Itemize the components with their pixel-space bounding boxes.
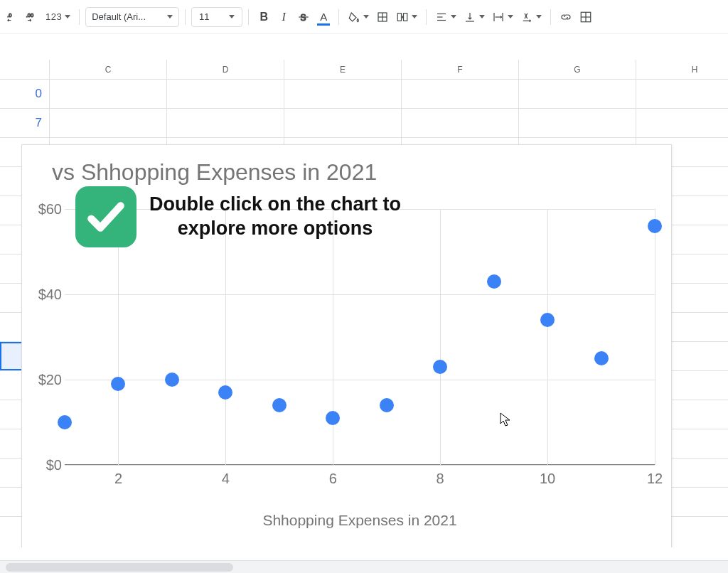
- increase-decimal-button[interactable]: .00: [23, 7, 41, 27]
- format-as-number-button[interactable]: 123: [43, 7, 73, 27]
- cell[interactable]: [636, 80, 728, 108]
- insert-chart-button[interactable]: [577, 7, 595, 27]
- cell[interactable]: [519, 109, 636, 137]
- scatter-point: [272, 398, 287, 412]
- x-tick-label: 8: [437, 471, 444, 487]
- formatting-toolbar: .0 .00 123 Default (Ari... 11 B I S A: [0, 0, 728, 34]
- cell[interactable]: [50, 80, 167, 108]
- cell[interactable]: [402, 80, 519, 108]
- x-tick-label: 10: [540, 471, 555, 487]
- x-tick-label: 12: [647, 471, 663, 487]
- scatter-point: [218, 385, 232, 400]
- scrollbar-thumb[interactable]: [6, 563, 233, 572]
- column-header[interactable]: G: [519, 60, 636, 80]
- cell[interactable]: [50, 109, 167, 137]
- scatter-point: [111, 377, 125, 391]
- checkmark-icon: [75, 186, 136, 247]
- fill-color-button[interactable]: [345, 7, 372, 27]
- italic-button[interactable]: I: [274, 7, 293, 27]
- insert-link-button[interactable]: [557, 7, 575, 27]
- column-header[interactable]: D: [167, 60, 284, 80]
- toolbar-separator: [79, 9, 80, 25]
- cell[interactable]: [519, 80, 636, 108]
- cell[interactable]: 0: [0, 80, 50, 108]
- cell[interactable]: [402, 109, 519, 137]
- font-family-select[interactable]: Default (Ari...: [85, 7, 179, 27]
- text-color-icon: A: [320, 11, 327, 23]
- svg-text:.0: .0: [7, 12, 11, 18]
- cell[interactable]: [167, 109, 284, 137]
- bold-button[interactable]: B: [255, 7, 273, 27]
- column-header[interactable]: F: [402, 60, 519, 80]
- svg-text:.00: .00: [26, 12, 33, 18]
- gridline-horizontal: [65, 380, 655, 380]
- svg-rect-7: [397, 13, 401, 21]
- chart-plot-area: Shhopping Expenses in 2021 $0$20$40$6024…: [65, 209, 655, 465]
- toolbar-separator: [248, 9, 249, 25]
- cell[interactable]: [284, 80, 402, 108]
- format-number-label: 123: [46, 11, 62, 22]
- hint-line: Double click on the chart to: [149, 193, 401, 217]
- spreadsheet-grid[interactable]: C D E F G H 0 7 4 1 3 4 6 vs Shhopping E…: [0, 34, 728, 547]
- merge-cells-button[interactable]: [393, 7, 420, 27]
- x-tick-label: 6: [329, 471, 337, 487]
- font-size-label: 11: [199, 11, 209, 22]
- borders-button[interactable]: [373, 7, 392, 27]
- y-tick-label: $60: [38, 201, 62, 218]
- text-color-swatch: [317, 23, 330, 26]
- toolbar-separator: [426, 9, 427, 25]
- chevron-down-icon: [536, 15, 542, 18]
- text-wrap-button[interactable]: [489, 7, 516, 27]
- scatter-point: [58, 415, 72, 429]
- gridline-vertical: [655, 209, 655, 465]
- gridline-vertical: [440, 209, 441, 465]
- scatter-point: [380, 398, 394, 412]
- chart-title: vs Shhopping Expenses in 2021: [52, 159, 377, 186]
- toolbar-separator: [185, 9, 186, 25]
- toolbar-separator: [550, 9, 551, 25]
- gridline-vertical: [333, 209, 333, 465]
- cell[interactable]: [636, 109, 728, 137]
- gridline-vertical: [547, 209, 548, 465]
- font-size-select[interactable]: 11: [191, 7, 242, 27]
- x-tick-label: 2: [114, 471, 122, 487]
- cell[interactable]: 7: [0, 109, 50, 137]
- column-header[interactable]: C: [50, 60, 167, 80]
- text-color-button[interactable]: A: [314, 7, 333, 27]
- cell[interactable]: [284, 109, 402, 137]
- x-axis-title: Shhopping Expenses in 2021: [262, 512, 456, 529]
- scatter-point: [165, 373, 179, 387]
- horizontal-scrollbar[interactable]: [0, 560, 728, 573]
- horizontal-align-button[interactable]: [432, 7, 459, 27]
- toolbar-separator: [338, 9, 339, 25]
- hint-line: explore more options: [149, 217, 401, 241]
- scatter-point: [326, 411, 340, 425]
- chevron-down-icon: [167, 15, 173, 18]
- chevron-down-icon: [229, 15, 235, 18]
- column-header[interactable]: H: [636, 60, 728, 80]
- chevron-down-icon: [451, 15, 456, 18]
- x-tick-label: 4: [222, 471, 230, 487]
- tutorial-hint: Double click on the chart to explore mor…: [75, 186, 401, 247]
- grid-row[interactable]: 0: [0, 80, 728, 109]
- gridline-vertical: [225, 209, 226, 465]
- gridline-horizontal: [65, 294, 655, 295]
- text-rotation-button[interactable]: [518, 7, 545, 27]
- strikethrough-button[interactable]: S: [294, 7, 313, 27]
- vertical-align-button[interactable]: [461, 7, 488, 27]
- column-headers: C D E F G H: [0, 60, 728, 80]
- grid-row[interactable]: 7: [0, 109, 728, 138]
- chevron-down-icon: [65, 15, 70, 18]
- y-tick-label: $40: [38, 286, 62, 303]
- chevron-down-icon: [479, 15, 485, 18]
- scatter-point: [487, 274, 501, 289]
- decrease-decimal-button[interactable]: .0: [3, 7, 21, 27]
- scatter-point: [648, 219, 662, 233]
- y-tick-label: $20: [38, 372, 62, 388]
- cell[interactable]: [167, 80, 284, 108]
- hint-text: Double click on the chart to explore mor…: [149, 193, 401, 241]
- y-tick-label: $0: [46, 457, 62, 473]
- column-header[interactable]: E: [284, 60, 402, 80]
- column-header-b-fragment[interactable]: [0, 60, 50, 80]
- chevron-down-icon: [508, 15, 513, 18]
